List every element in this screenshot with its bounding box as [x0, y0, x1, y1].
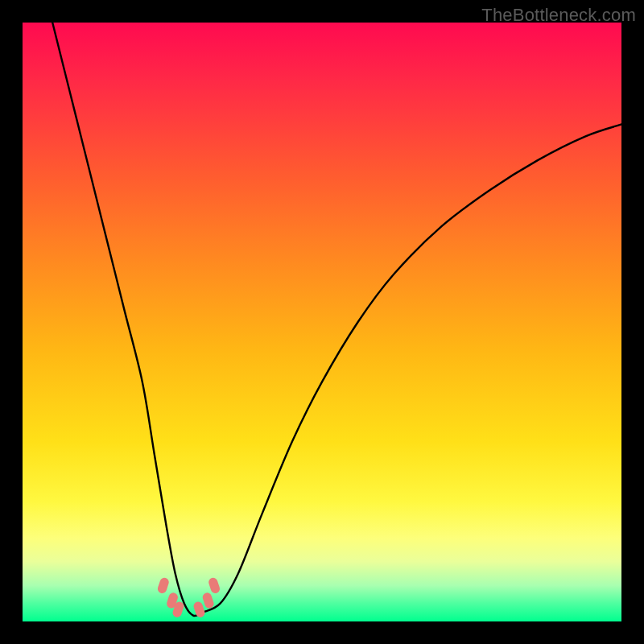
trough-marker	[156, 576, 170, 594]
trough-marker	[208, 576, 221, 594]
trough-marker	[201, 592, 215, 609]
curve-layer	[23, 23, 621, 621]
bottleneck-curve	[52, 23, 621, 616]
chart-frame: TheBottleneck.com	[0, 0, 644, 644]
plot-area	[23, 23, 621, 621]
watermark-text: TheBottleneck.com	[481, 5, 636, 26]
